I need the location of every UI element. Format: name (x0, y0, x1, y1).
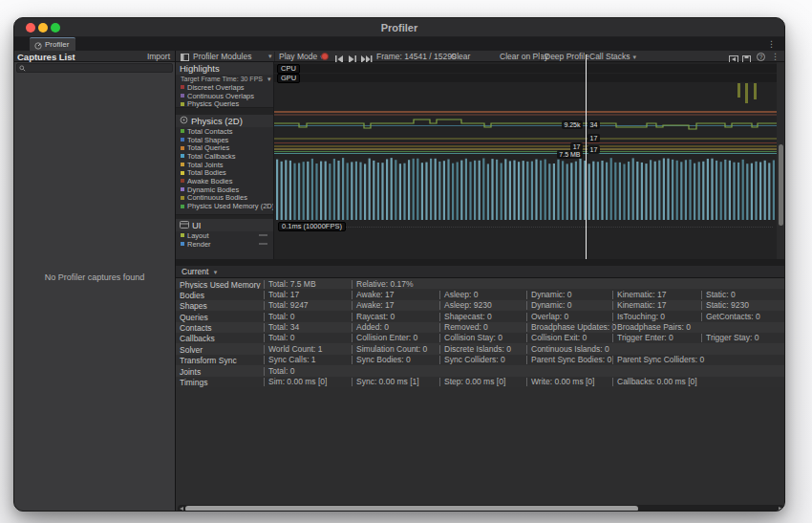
target-frame-time-selector[interactable]: Target Frame Time: 30 FPS ▾ (176, 75, 273, 83)
toolbar-overflow-menu-icon[interactable]: ⋮ (771, 51, 780, 62)
horizontal-scrollbar[interactable] (178, 505, 784, 512)
details-cell: Simulation Count: 0 (352, 345, 427, 354)
legend-item[interactable]: Total Shapes (176, 136, 273, 144)
details-cell: Static: 0 (701, 291, 736, 299)
hscroll-left-arrow-icon[interactable] (180, 507, 183, 511)
details-row: TimingsSim: 0.00 ms [0]Sync: 0.00 ms [1]… (176, 377, 785, 387)
chart-value-marker: 7.5 MB (557, 150, 583, 159)
hscrollbar-thumb[interactable] (185, 506, 638, 512)
details-row: CallbacksTotal: 0Collision Enter: 0Colli… (176, 333, 785, 343)
chart-value-marker: 9.25k (562, 120, 583, 129)
details-cell: Overlap: 0 (526, 313, 568, 321)
main-toolbar: Captures List Import Profiler Modules ▾ … (14, 51, 784, 62)
legend-item[interactable]: Continuous Overlaps (176, 92, 273, 100)
details-cell: Dynamic: 0 (526, 291, 572, 299)
module-header-highlights[interactable]: Highlights (176, 62, 273, 75)
details-cell: Step: 0.00 ms [0] (439, 378, 505, 386)
legend-label: Total Contacts (187, 127, 233, 136)
module-header-physics2d[interactable]: Physics (2D) (176, 115, 273, 127)
charts-region: Highlights Target Frame Time: 30 FPS ▾ D… (176, 62, 785, 259)
profiler-window: Profiler Profiler ⋮ Captures List Import… (13, 17, 785, 512)
legend-color-swatch (181, 196, 184, 200)
chart-canvas[interactable]: CPU GPU 0.1ms (10000FPS) 9.25k341717177.… (273, 62, 777, 259)
legend-item[interactable]: Awake Bodies (176, 177, 273, 185)
record-button[interactable] (321, 53, 329, 60)
details-row: Physics Used MemoryTotal: 7.5 MBRelative… (176, 278, 785, 289)
legend-item[interactable]: Continuous Bodies (176, 194, 273, 203)
tab-profiler[interactable]: Profiler (30, 37, 75, 51)
legend-color-swatch (181, 163, 184, 166)
details-table: Physics Used MemoryTotal: 7.5 MBRelative… (176, 278, 785, 387)
import-button[interactable]: Import (147, 51, 170, 62)
charts-vertical-scrollbar[interactable] (777, 62, 784, 259)
details-cell: Sim: 0.00 ms [0] (264, 378, 327, 386)
legend-item[interactable]: Dynamic Bodies (176, 185, 273, 194)
cpu-lane-chip[interactable]: CPU (277, 64, 300, 74)
legend-label: Awake Bodies (187, 177, 232, 185)
details-cell: Collision Stay: 0 (439, 334, 502, 342)
details-empty-space (176, 387, 785, 512)
physics2d-icon (180, 115, 188, 127)
frame-counter: Frame: 14541 / 15299 (376, 51, 457, 62)
legend-color-swatch (181, 154, 184, 158)
legend-item[interactable]: Total Contacts (176, 127, 273, 136)
chart-value-marker: 17 (588, 134, 600, 142)
legend-item[interactable]: Render (176, 240, 273, 249)
titlebar: Profiler (14, 18, 784, 37)
details-cell: Awake: 17 (352, 291, 395, 299)
details-cell: Parent Sync Bodies: 0 (526, 356, 611, 364)
tab-overflow-menu-icon[interactable]: ⋮ (764, 37, 779, 51)
tab-bar: Profiler ⋮ (14, 37, 784, 51)
legend-label: Physics Used Memory (2D) (187, 202, 274, 210)
legend-item[interactable]: Physics Used Memory (2D) (176, 202, 273, 210)
cpu-lane (274, 64, 777, 74)
chart-value-marker: 34 (588, 120, 600, 129)
module-sidebar: Highlights Target Frame Time: 30 FPS ▾ D… (176, 62, 273, 259)
details-divider (176, 259, 785, 266)
clear-button[interactable]: Clear (451, 51, 470, 62)
legend-item[interactable]: Total Bodies (176, 168, 273, 177)
details-cell: Total: 0 (264, 334, 294, 342)
chart-value-marker: 17 (588, 145, 600, 154)
legend-item[interactable]: Total Joints (176, 161, 273, 169)
details-cell: Shapecast: 0 (439, 313, 492, 321)
gpu-lane (274, 74, 777, 83)
captures-empty-message: No Profiler captures found (14, 272, 175, 282)
playhead-line[interactable] (586, 54, 587, 259)
details-cell: Sync Calls: 1 (264, 356, 316, 364)
details-cell: Static: 9230 (701, 301, 749, 310)
play-mode-dropdown[interactable]: Play Mode▾ (279, 51, 324, 62)
target-frame-time-arrow-icon: ▾ (267, 76, 271, 82)
captures-search-box[interactable] (16, 63, 173, 73)
legend-label: Layout (187, 231, 209, 240)
ui-module-icon (180, 219, 189, 231)
hscroll-right-arrow-icon[interactable] (779, 507, 782, 511)
captures-panel: No Profiler captures found (14, 62, 175, 512)
details-view-selector[interactable]: Current ▾ (176, 266, 785, 278)
details-row: ContactsTotal: 34Added: 0Removed: 0Broad… (176, 322, 785, 333)
profiler-modules-arrow-icon: ▾ (268, 51, 272, 62)
legend-item[interactable]: Total Queries (176, 143, 273, 152)
deep-profile-toggle[interactable]: Deep Profile (545, 51, 589, 62)
legend-value-dash (259, 234, 267, 236)
details-cell: Dynamic: 0 (526, 301, 572, 310)
legend-item[interactable]: Total Callbacks (176, 152, 273, 161)
gpu-lane-chip[interactable]: GPU (277, 74, 300, 83)
legend-item[interactable]: Discreet Overlaps (176, 83, 273, 92)
details-cell: Trigger Enter: 0 (612, 334, 673, 342)
content-area: No Profiler captures found Highlights Ta… (14, 62, 785, 512)
profiler-modules-dropdown[interactable]: Profiler Modules (193, 51, 251, 62)
clear-on-play-toggle[interactable]: Clear on Play (500, 51, 548, 62)
details-cell: GetContacts: 0 (701, 313, 760, 321)
details-row-label: Bodies (180, 291, 204, 300)
captures-search-input[interactable] (26, 64, 172, 72)
legend-item[interactable]: Physics Queries (176, 99, 273, 108)
charts-vscrollbar-thumb[interactable] (779, 144, 783, 226)
call-stacks-dropdown[interactable]: Call Stacks▾ (589, 51, 636, 62)
legend-item[interactable]: Layout (176, 231, 273, 240)
module-header-ui[interactable]: UI (176, 219, 273, 231)
captures-list-title: Captures List (17, 52, 75, 62)
details-cell: Sync Bodies: 0 (352, 356, 411, 364)
details-row: JointsTotal: 0 (176, 365, 785, 376)
help-icon[interactable]: ? (757, 51, 765, 62)
